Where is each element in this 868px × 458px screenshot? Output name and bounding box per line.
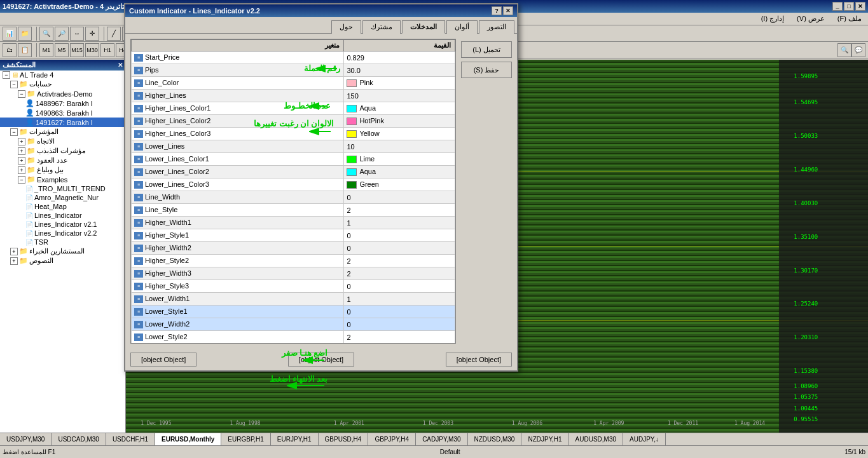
param-value: 150 xyxy=(347,92,358,100)
param-value: Aqua xyxy=(359,104,376,112)
indicator-dialog: Custom Indicator - Lines_Indicator v2.2 … xyxy=(124,3,518,372)
param-name: Higher_Style3 xyxy=(145,282,189,290)
param-value-cell[interactable]: 0 xyxy=(344,318,455,331)
param-type-icon: ≡ xyxy=(134,283,143,290)
param-type-icon: ≡ xyxy=(134,130,143,138)
param-value-cell[interactable]: 2 xyxy=(344,331,455,344)
table-row[interactable]: ≡Lower_Width11 xyxy=(132,293,455,306)
param-name: Pips xyxy=(145,66,158,74)
tab-hawl[interactable]: حول xyxy=(331,20,361,34)
param-value-cell[interactable]: 0 xyxy=(344,242,455,255)
param-value-cell[interactable]: 0 xyxy=(344,191,455,204)
table-row[interactable]: ≡Higher_Lines150 xyxy=(132,90,455,102)
param-value-cell[interactable]: Aqua xyxy=(344,102,455,115)
table-row[interactable]: ≡Line_ColorPink xyxy=(132,77,455,90)
param-value-cell[interactable]: 2 xyxy=(344,267,455,280)
param-value: 2 xyxy=(347,333,350,341)
param-value: 0 xyxy=(347,194,350,201)
param-name-cell: ≡Higher_Lines_Color2 xyxy=(132,115,344,128)
param-name-cell: ≡Higher_Style2 xyxy=(132,255,344,267)
save-button[interactable]: حفظ (S) xyxy=(461,62,512,78)
param-value-cell[interactable]: Yellow xyxy=(344,128,455,140)
table-row[interactable]: ≡Higher_Style10 xyxy=(132,229,455,242)
param-name: Higher_Width1 xyxy=(145,219,191,226)
param-value-cell[interactable]: Aqua xyxy=(344,166,455,178)
ok-button[interactable]: [object Object] xyxy=(130,353,196,367)
param-type-icon: ≡ xyxy=(134,232,143,239)
param-type-icon: ≡ xyxy=(134,321,143,328)
param-value-cell[interactable]: HotPink xyxy=(344,115,455,128)
table-row[interactable]: ≡Higher_Width20 xyxy=(132,242,455,255)
param-value-cell[interactable]: 10 xyxy=(344,140,455,153)
table-row[interactable]: ≡Higher_Lines_Color1Aqua xyxy=(132,102,455,115)
table-row[interactable]: ≡Start_Price0.829 xyxy=(132,51,455,64)
param-value: 0 xyxy=(347,245,350,252)
param-value-cell[interactable]: Pink xyxy=(344,77,455,90)
table-row[interactable]: ≡Lower_Lines_Color2Aqua xyxy=(132,166,455,178)
param-value-cell[interactable]: 1 xyxy=(344,217,455,229)
cancel-button[interactable]: [object Object] xyxy=(288,353,354,367)
param-value-cell[interactable]: 0.829 xyxy=(344,51,455,64)
table-row[interactable]: ≡Higher_Lines_Color2HotPink xyxy=(132,115,455,128)
param-value-cell[interactable]: 0 xyxy=(344,306,455,318)
tab-alwan[interactable]: ألوان xyxy=(446,20,478,34)
param-value: Pink xyxy=(359,79,373,86)
dialog-help-button[interactable]: ? xyxy=(492,6,502,15)
table-row[interactable]: ≡Higher_Width32 xyxy=(132,267,455,280)
dialog-close-button[interactable]: ✕ xyxy=(503,6,513,15)
param-value: 2 xyxy=(347,270,350,278)
param-name: Line_Width xyxy=(145,193,180,201)
param-value-cell[interactable]: 0 xyxy=(344,344,455,344)
table-row[interactable]: ≡Lower_Lines_Color3Green xyxy=(132,178,455,191)
table-row[interactable]: ≡Lower_Style22 xyxy=(132,331,455,344)
param-value-cell[interactable]: 1 xyxy=(344,293,455,306)
tab-tasawwur[interactable]: التصور xyxy=(479,20,514,34)
param-value: 2 xyxy=(347,206,350,214)
param-name-cell: ≡Higher_Lines_Color1 xyxy=(132,102,344,115)
tab-mudakhalat[interactable]: المدخلات xyxy=(402,20,445,34)
table-row[interactable]: ≡Pips30.0 xyxy=(132,64,455,77)
param-value-cell[interactable]: 2 xyxy=(344,255,455,267)
table-row[interactable]: ≡Lower_Width30 xyxy=(132,344,455,344)
param-type-icon: ≡ xyxy=(134,118,143,125)
param-value: Aqua xyxy=(359,168,376,175)
param-name: Lower_Style1 xyxy=(145,307,188,315)
color-swatch xyxy=(347,156,357,163)
param-name: Line_Color xyxy=(145,79,179,86)
param-type-icon: ≡ xyxy=(134,333,143,341)
table-row[interactable]: ≡Higher_Lines_Color3Yellow xyxy=(132,128,455,140)
param-value-cell[interactable]: Green xyxy=(344,178,455,191)
param-value-cell[interactable]: Lime xyxy=(344,153,455,166)
load-button[interactable]: تحميل (L) xyxy=(461,41,512,58)
param-value: HotPink xyxy=(359,117,384,125)
dialog-content: متغير القيمة ≡Start_Price0.829≡Pips30.0≡… xyxy=(125,34,517,349)
table-row[interactable]: ≡Lower_Width20 xyxy=(132,318,455,331)
param-value-cell[interactable]: 30.0 xyxy=(344,64,455,77)
param-name-cell: ≡Lower_Lines xyxy=(132,140,344,153)
table-row[interactable]: ≡Higher_Style30 xyxy=(132,280,455,293)
param-value: 0 xyxy=(347,283,350,290)
param-name-cell: ≡Start_Price xyxy=(132,51,344,64)
reset-button[interactable]: [object Object] xyxy=(446,353,512,367)
param-value-cell[interactable]: 0 xyxy=(344,229,455,242)
table-row[interactable]: ≡Lower_Lines10 xyxy=(132,140,455,153)
param-value: Yellow xyxy=(359,130,379,137)
color-swatch xyxy=(347,79,357,87)
table-row[interactable]: ≡Lower_Lines_Color1Lime xyxy=(132,153,455,166)
table-row[interactable]: ≡Higher_Width11 xyxy=(132,217,455,229)
param-type-icon: ≡ xyxy=(134,295,143,303)
param-type-icon: ≡ xyxy=(134,245,143,252)
param-type-icon: ≡ xyxy=(134,308,143,316)
param-name: Start_Price xyxy=(145,53,179,61)
tab-mushtarak[interactable]: مشترك xyxy=(362,20,401,34)
table-row[interactable]: ≡Line_Width0 xyxy=(132,191,455,204)
table-row[interactable]: ≡Line_Style2 xyxy=(132,204,455,217)
table-row[interactable]: ≡Higher_Style22 xyxy=(132,255,455,267)
param-value-cell[interactable]: 0 xyxy=(344,280,455,293)
param-value-cell[interactable]: 2 xyxy=(344,204,455,217)
param-name: Higher_Width2 xyxy=(145,244,191,252)
param-name-cell: ≡Lower_Lines_Color3 xyxy=(132,178,344,191)
table-row[interactable]: ≡Lower_Style10 xyxy=(132,306,455,318)
param-value-cell[interactable]: 150 xyxy=(344,90,455,102)
dialog-tabs: التصور ألوان المدخلات مشترك حول xyxy=(125,17,517,34)
